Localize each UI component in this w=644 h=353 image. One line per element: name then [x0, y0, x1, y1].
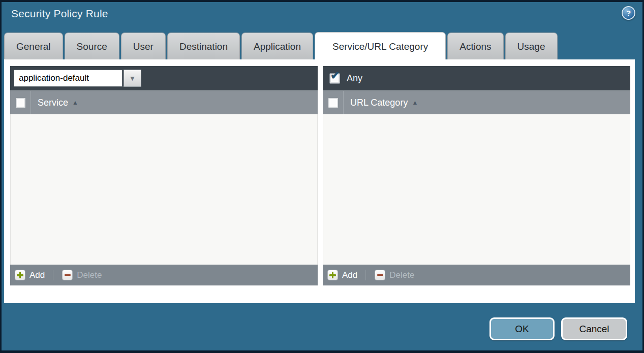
service-type-value[interactable]: application-default [14, 70, 122, 87]
dialog-title: Security Policy Rule [11, 8, 108, 20]
service-column-header[interactable]: Service ▲ [38, 98, 78, 108]
service-table-header: Service ▲ [10, 90, 318, 114]
sort-asc-icon: ▲ [72, 100, 78, 106]
tab-general[interactable]: General [4, 33, 63, 59]
service-topbar: application-default ▼ [10, 66, 318, 90]
tab-bar: General Source User Destination Applicat… [4, 33, 558, 59]
dialog-action-buttons: OK Cancel [489, 317, 627, 340]
url-category-add-button[interactable]: Add [327, 270, 357, 280]
service-delete-button[interactable]: Delete [53, 270, 102, 280]
tab-source[interactable]: Source [65, 33, 119, 59]
sort-asc-icon: ▲ [412, 100, 418, 106]
service-select-all-checkbox[interactable] [15, 98, 26, 108]
dropdown-arrow-icon[interactable]: ▼ [124, 70, 141, 87]
add-icon [15, 270, 25, 280]
url-category-topbar: ✔ Any [323, 66, 630, 90]
service-type-dropdown[interactable]: application-default ▼ [14, 70, 141, 87]
ok-button[interactable]: OK [489, 317, 555, 340]
any-label: Any [347, 73, 362, 84]
service-add-button[interactable]: Add [15, 270, 45, 280]
any-checkbox[interactable]: ✔ [329, 73, 340, 84]
tab-actions[interactable]: Actions [447, 33, 503, 59]
url-category-table-header: URL Category ▲ [323, 90, 630, 114]
tab-service-url-category[interactable]: Service/URL Category [315, 32, 446, 59]
delete-icon [375, 270, 385, 280]
url-category-footer: Add Delete [323, 265, 630, 285]
tab-application[interactable]: Application [241, 33, 313, 59]
tab-user[interactable]: User [121, 33, 166, 59]
any-row: ✔ Any [326, 73, 362, 84]
delete-icon [62, 270, 73, 280]
tab-usage[interactable]: Usage [505, 33, 558, 59]
url-category-select-all-checkbox[interactable] [328, 98, 339, 108]
url-category-table-body[interactable] [323, 114, 630, 265]
check-icon: ✔ [330, 70, 340, 81]
cancel-button[interactable]: Cancel [561, 317, 627, 340]
tab-content-area: application-default ▼ Service ▲ Add [4, 59, 635, 303]
service-panel: application-default ▼ Service ▲ Add [10, 66, 318, 285]
url-category-panel: ✔ Any URL Category ▲ Add [323, 66, 630, 285]
service-footer: Add Delete [10, 265, 318, 285]
add-icon [327, 270, 338, 280]
tab-destination[interactable]: Destination [167, 33, 240, 59]
service-table-body[interactable] [10, 114, 318, 265]
url-category-column-header[interactable]: URL Category ▲ [350, 98, 418, 108]
url-category-delete-button[interactable]: Delete [365, 270, 414, 280]
help-icon[interactable]: ? [622, 6, 635, 20]
